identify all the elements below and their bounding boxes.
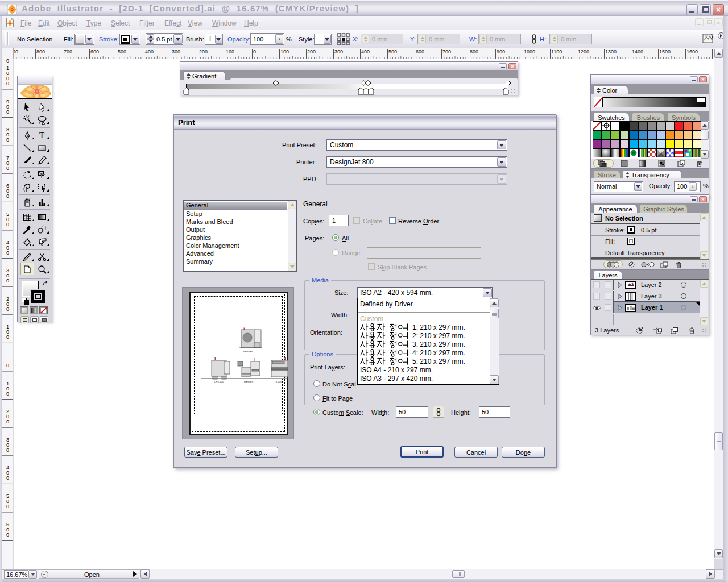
svg-text:0: 0 xyxy=(6,447,9,453)
svg-text:0: 0 xyxy=(6,391,9,397)
svg-text:0: 0 xyxy=(6,193,9,199)
svg-text:0: 0 xyxy=(6,504,9,509)
svg-text:200: 200 xyxy=(307,49,316,55)
svg-text:LHS-100: LHS-100 xyxy=(214,380,224,383)
svg-text:1500: 1500 xyxy=(659,49,671,55)
svg-text:500: 500 xyxy=(118,49,126,55)
svg-text:400: 400 xyxy=(145,49,154,55)
svg-text:0: 0 xyxy=(6,59,9,64)
svg-text:0: 0 xyxy=(6,334,9,340)
svg-text:600: 600 xyxy=(90,49,99,55)
svg-text:T: T xyxy=(39,131,44,140)
svg-text:600: 600 xyxy=(416,49,424,55)
svg-text:700: 700 xyxy=(442,49,451,55)
svg-text:300: 300 xyxy=(172,49,180,55)
svg-text:0: 0 xyxy=(6,306,9,312)
svg-text:0: 0 xyxy=(6,250,9,256)
svg-text:1600: 1600 xyxy=(686,49,698,55)
svg-text:1300: 1300 xyxy=(605,49,617,55)
svg-text:1100: 1100 xyxy=(551,49,562,55)
svg-text:0: 0 xyxy=(6,109,9,115)
svg-text:100: 100 xyxy=(226,49,234,55)
svg-text:1000: 1000 xyxy=(524,49,535,55)
svg-text:300: 300 xyxy=(334,49,343,55)
svg-text:0: 0 xyxy=(6,475,9,481)
svg-text:0: 0 xyxy=(6,222,9,227)
svg-text:0: 0 xyxy=(6,363,9,368)
svg-text:0: 0 xyxy=(6,532,9,538)
svg-text:0: 0 xyxy=(253,49,256,55)
svg-text:900: 900 xyxy=(497,49,505,55)
svg-text:S-2000: S-2000 xyxy=(276,380,284,383)
svg-text:0: 0 xyxy=(6,165,9,171)
svg-text:0: 0 xyxy=(6,278,9,284)
svg-text:0: 0 xyxy=(6,419,9,425)
svg-text:800: 800 xyxy=(470,49,478,55)
svg-text:400: 400 xyxy=(361,49,370,55)
svg-text:100: 100 xyxy=(280,49,289,55)
svg-text:1200: 1200 xyxy=(578,49,589,55)
svg-text:700: 700 xyxy=(64,49,72,55)
svg-text:MASTER: MASTER xyxy=(244,380,254,383)
svg-text:WAGNER: WAGNER xyxy=(243,350,253,353)
svg-text:1400: 1400 xyxy=(632,49,643,55)
svg-text:500: 500 xyxy=(388,49,397,55)
svg-text:200: 200 xyxy=(199,49,208,55)
svg-text:0: 0 xyxy=(6,137,9,143)
svg-text:0: 0 xyxy=(6,81,9,86)
svg-text:800: 800 xyxy=(36,49,45,55)
